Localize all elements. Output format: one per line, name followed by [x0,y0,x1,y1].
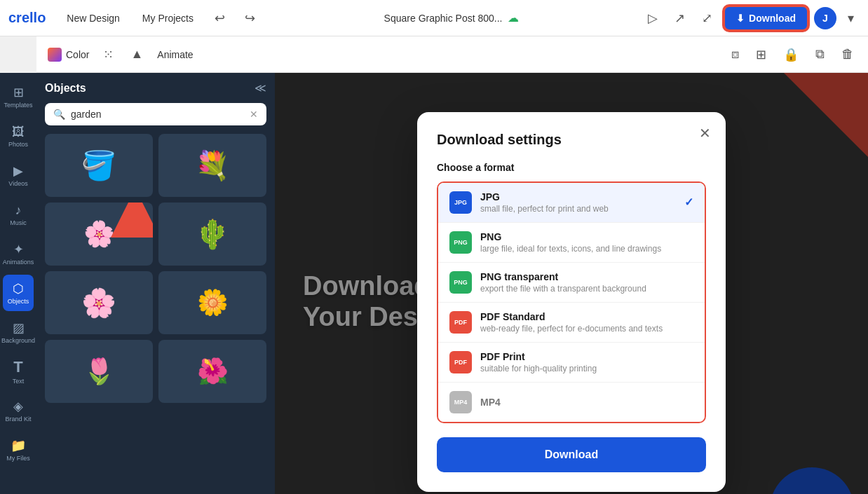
sidebar-my-files-label: My Files [6,455,30,462]
sidebar-animations-label: Animations [3,259,34,266]
undo-button[interactable]: ↩ [209,6,231,30]
sidebar-item-my-files[interactable]: 📁 My Files [3,432,34,468]
list-item[interactable]: 🌵 [158,203,266,266]
modal-download-button[interactable]: Download [437,437,706,472]
nav-right-actions: ▷ ↗ ⤢ ⬇ Download J ▾ [642,6,860,31]
panel-title: Objects [45,82,86,95]
effects-icon-button[interactable]: ⁙ [100,44,116,65]
lock-icon-button[interactable]: 🔒 [780,44,801,65]
selected-checkmark: ✓ [684,195,693,209]
modal-close-button[interactable]: ✕ [695,123,714,143]
duplicate-icon-button[interactable]: ⧉ [813,44,827,64]
download-settings-modal: ✕ Download settings Choose a format JPG … [417,112,726,492]
animate-label: Animate [157,49,193,60]
videos-icon: ▶ [13,163,23,179]
format-info-mp4: MP4 [480,397,693,408]
download-icon: ⬇ [736,13,745,24]
object-preview: 🌵 [191,213,233,255]
format-info-jpg: JPG small file, perfect for print and we… [480,191,684,214]
object-preview: 💐 [191,144,233,186]
sidebar-music-label: Music [10,219,27,226]
format-item-mp4[interactable]: MP4 MP4 [438,383,705,422]
mp4-icon: MP4 [449,391,472,413]
share-icon-button[interactable]: ↗ [669,6,691,30]
objects-grid: 🪣 💐 🌸 🌵 🌸 🌼 🌷 🌺 [45,134,266,403]
color-tool[interactable]: Color [48,48,89,62]
new-design-button[interactable]: New Design [60,8,126,28]
templates-icon: ⊞ [13,85,24,100]
photos-icon: 🖼 [12,125,25,139]
sidebar-item-templates[interactable]: ⊞ Templates [3,78,34,115]
objects-panel: Objects ≪ 🔍 ✕ 🪣 💐 🌸 🌵 🌸 🌼 🌷 🌺 [36,73,275,494]
modal-overlay: ✕ Download settings Choose a format JPG … [275,73,868,494]
format-item-png[interactable]: PNG PNG large file, ideal for texts, ico… [438,223,705,263]
sidebar: ⊞ Templates 🖼 Photos ▶ Videos ♪ Music ✦ … [0,73,36,494]
download-label: Download [749,13,796,24]
modal-title: Download settings [437,132,706,148]
sidebar-brand-kit-label: Brand Kit [5,416,31,423]
png-icon: PNG [449,231,472,254]
format-item-pdf-standard[interactable]: PDF PDF Standard web-ready file, perfect… [438,303,705,343]
search-clear-button[interactable]: ✕ [250,109,258,120]
format-info-png-transparent: PNG transparent export the file with a t… [480,271,693,294]
format-desc-pdf-standard: web-ready file, perfect for e-documents … [480,324,693,334]
present-icon-button[interactable]: ▷ [642,6,663,30]
sidebar-item-animations[interactable]: ✦ Animations [3,235,34,272]
format-name-pdf-print: PDF Print [480,351,693,362]
sidebar-templates-label: Templates [4,102,32,109]
list-item[interactable]: 🌺 [158,340,266,403]
color-swatch[interactable] [48,48,62,62]
align-icon-button[interactable]: ⊞ [753,44,769,65]
sidebar-item-background[interactable]: ▨ Background [3,314,34,350]
list-item[interactable]: 💐 [158,134,266,197]
layers-icon-button[interactable]: ⧈ [728,44,742,64]
delete-icon-button[interactable]: 🗑 [839,44,857,64]
download-button[interactable]: ⬇ Download [724,6,808,31]
jpg-icon: JPG [449,191,472,214]
sidebar-item-text[interactable]: T Text [3,353,34,390]
sidebar-text-label: Text [13,378,25,385]
my-projects-button[interactable]: My Projects [135,8,201,28]
format-name-jpg: JPG [480,191,684,203]
format-section-label: Choose a format [437,162,706,173]
format-item-pdf-print[interactable]: PDF PDF Print suitable for high-quality … [438,343,705,383]
avatar[interactable]: J [814,7,836,29]
format-info-pdf-print: PDF Print suitable for high-quality prin… [480,351,693,373]
redo-button[interactable]: ↪ [239,6,261,30]
format-desc-jpg: small file, perfect for print and web [480,204,684,214]
chart-icon-button[interactable]: ▲ [128,44,146,64]
object-preview: 🌺 [191,350,233,392]
avatar-chevron[interactable]: ▾ [842,6,860,30]
panel-collapse-button[interactable]: ≪ [255,81,266,95]
format-info-pdf-standard: PDF Standard web-ready file, perfect for… [480,311,693,334]
list-item[interactable]: 🌷 [45,340,153,403]
list-item[interactable]: 🌸 [45,203,153,266]
format-name-mp4: MP4 [480,397,693,408]
color-label: Color [66,49,89,60]
list-item[interactable]: 🌸 [45,271,153,334]
sidebar-item-brand-kit[interactable]: ◈ Brand Kit [3,392,34,429]
sidebar-item-how-it[interactable]: ? How It [3,488,34,494]
animations-icon: ✦ [13,242,24,257]
pdf-standard-icon: PDF [449,311,472,334]
animate-tool[interactable]: Animate [157,49,193,60]
top-navigation: crello New Design My Projects ↩ ↪ Square… [0,0,868,36]
document-title: Square Graphic Post 800... [384,13,503,24]
list-item[interactable]: 🌼 [158,271,266,334]
format-toolbar: Color ⁙ ▲ Animate ⧈ ⊞ 🔒 ⧉ 🗑 [36,36,868,73]
resize-icon-button[interactable]: ⤢ [696,6,718,30]
list-item[interactable]: 🪣 [45,134,153,197]
png-transparent-icon: PNG [449,271,472,294]
sidebar-item-videos[interactable]: ▶ Videos [3,157,34,193]
search-input[interactable] [71,109,244,120]
music-icon: ♪ [15,203,22,218]
sidebar-item-photos[interactable]: 🖼 Photos [3,118,34,154]
background-icon: ▨ [13,320,25,336]
app-logo: crello [8,10,46,26]
format-item-jpg[interactable]: JPG JPG small file, perfect for print an… [438,183,705,223]
format-name-png-transparent: PNG transparent [480,271,693,282]
object-preview: 🌷 [78,350,120,392]
sidebar-item-objects[interactable]: ⬡ Objects [3,275,34,311]
sidebar-item-music[interactable]: ♪ Music [3,196,34,233]
format-item-png-transparent[interactable]: PNG PNG transparent export the file with… [438,263,705,303]
